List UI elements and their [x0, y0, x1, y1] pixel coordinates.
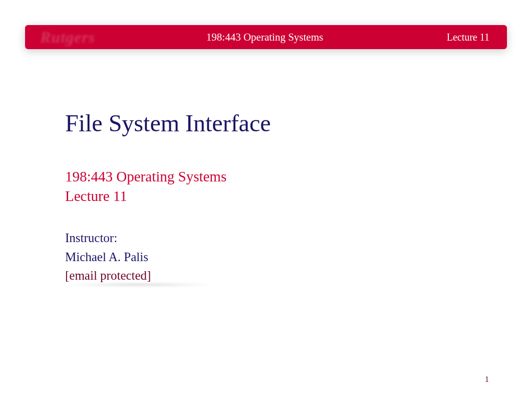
instructor-email[interactable]: [email protected] [65, 266, 151, 285]
header-logo: Rutgers [40, 28, 130, 47]
slide: Rutgers 198:443 Operating Systems Lectur… [0, 0, 532, 412]
slide-content: File System Interface 198:443 Operating … [25, 49, 507, 285]
header-bar: Rutgers 198:443 Operating Systems Lectur… [25, 25, 507, 49]
slide-title: File System Interface [65, 109, 507, 137]
header-course: 198:443 Operating Systems [120, 31, 409, 44]
page-number: 1 [485, 375, 489, 384]
instructor-name: Michael A. Palis [65, 248, 507, 267]
header-lecture: Lecture 11 [409, 32, 489, 43]
instructor-label: Instructor: [65, 229, 507, 248]
course-subtitle: 198:443 Operating Systems [65, 167, 507, 186]
lecture-subtitle: Lecture 11 [65, 186, 507, 206]
